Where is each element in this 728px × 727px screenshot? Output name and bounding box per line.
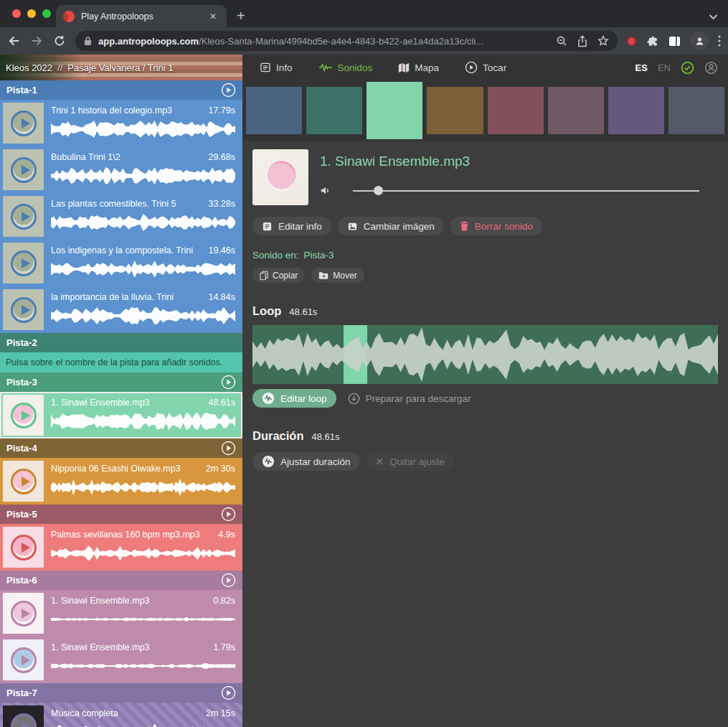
- tab-tocar[interactable]: Tocar: [465, 61, 506, 74]
- clip-play-icon[interactable]: [11, 297, 37, 323]
- clip-play-icon[interactable]: [11, 535, 37, 561]
- track-header-pista-5[interactable]: Pista-5: [0, 505, 242, 524]
- reload-button[interactable]: [53, 34, 66, 47]
- clip-thumbnail[interactable]: [3, 289, 44, 330]
- project-map-thumbnail[interactable]: Kleos 2022 // Pasaje Valvanera / Trini 1: [0, 55, 242, 80]
- clip-row[interactable]: 1. Sinawi Ensemble.mp30.82s: [0, 590, 242, 637]
- track-header-pista-2[interactable]: Pista-2: [0, 333, 242, 352]
- track-header-pista-4[interactable]: Pista-4: [0, 438, 242, 458]
- clip-play-icon[interactable]: [11, 204, 37, 230]
- remove-adjust-button[interactable]: ✕ Quitar ajuste: [367, 452, 454, 471]
- clip-thumbnail[interactable]: [3, 149, 44, 190]
- back-button[interactable]: [7, 34, 21, 47]
- track-play-icon[interactable]: [221, 83, 236, 98]
- clip-row[interactable]: 1. Sinawi Ensemble.mp31.79s: [0, 637, 242, 683]
- sound-thumbnail[interactable]: [252, 149, 308, 205]
- lock-icon[interactable]: [84, 36, 92, 46]
- track-header-pista-3[interactable]: Pista-3: [0, 372, 242, 392]
- address-bar[interactable]: app.antropoloops.com/Kleos-Santa-Marina/…: [75, 31, 618, 51]
- breadcrumb-project[interactable]: Kleos 2022: [6, 62, 52, 73]
- account-icon[interactable]: [704, 61, 718, 75]
- clip-thumbnail[interactable]: [3, 103, 44, 144]
- track-header-pista-1[interactable]: Pista-1: [0, 80, 242, 100]
- track-tab-pista-3-active[interactable]: [367, 82, 422, 139]
- track-tab-pista-4[interactable]: [427, 87, 483, 134]
- clip-row[interactable]: Nipponia 06 Esashi Oiwake.mp32m 30s: [0, 458, 242, 505]
- clip-play-icon[interactable]: [11, 250, 37, 276]
- clip-thumbnail[interactable]: [3, 593, 44, 634]
- clip-thumbnail[interactable]: [3, 705, 44, 727]
- edit-loop-button[interactable]: Editar loop: [252, 389, 336, 408]
- track-play-icon[interactable]: [221, 375, 236, 390]
- clip-row[interactable]: Trini 1 historia del colegio.mp317.79s: [0, 100, 242, 146]
- tab-sonidos[interactable]: Sonidos: [318, 62, 373, 73]
- clip-row[interactable]: Las plantas comestibles. Trini 533.28s: [0, 193, 242, 240]
- extensions-puzzle-icon[interactable]: [646, 34, 659, 48]
- lang-es-button[interactable]: ES: [635, 62, 648, 73]
- clip-row[interactable]: Los indigenas y la compostela. Trini19.4…: [0, 240, 242, 286]
- track-play-icon[interactable]: [221, 441, 236, 456]
- tab-mapa[interactable]: Mapa: [398, 62, 439, 73]
- track-header-pista-7[interactable]: Pista-7: [0, 683, 242, 703]
- tab-info[interactable]: Info: [260, 62, 293, 73]
- clip-thumbnail[interactable]: [3, 243, 44, 283]
- track-tab-pista-5[interactable]: [488, 87, 544, 134]
- clip-thumbnail[interactable]: [3, 395, 44, 436]
- clip-row-selected[interactable]: 1. Sinawi Ensemble.mp348.61s: [0, 392, 242, 438]
- prepare-download-button[interactable]: Preparar para descargar: [348, 393, 471, 405]
- side-panel-icon[interactable]: [668, 36, 681, 47]
- clip-play-icon[interactable]: [11, 403, 37, 428]
- track-play-icon[interactable]: [221, 685, 236, 700]
- clip-row[interactable]: la importancia de la lluvia. Trini14.84s: [0, 286, 242, 333]
- tab-close-icon[interactable]: ✕: [207, 10, 219, 23]
- clip-play-icon[interactable]: [11, 157, 37, 183]
- zoom-page-icon[interactable]: [556, 35, 567, 47]
- loop-waveform-panel[interactable]: [252, 325, 718, 384]
- track-tab-pista-8[interactable]: [668, 87, 724, 134]
- browser-tab[interactable]: Play Antropoloops ✕: [56, 5, 227, 27]
- clip-play-icon[interactable]: [11, 713, 37, 727]
- change-image-button[interactable]: Cambiar imágen: [338, 217, 444, 235]
- clip-thumbnail[interactable]: [3, 639, 44, 680]
- copy-button[interactable]: Copiar: [252, 268, 305, 283]
- sound-play-icon[interactable]: [266, 163, 295, 192]
- track-tab-pista-7[interactable]: [608, 87, 664, 134]
- profile-avatar[interactable]: [690, 32, 709, 50]
- clip-row[interactable]: Musica completa2m 15s: [0, 703, 242, 727]
- tab-search-chevron-icon[interactable]: [709, 14, 718, 20]
- track-tab-pista-6[interactable]: [548, 87, 604, 134]
- clip-thumbnail[interactable]: [3, 461, 44, 502]
- clip-play-icon[interactable]: [11, 111, 37, 136]
- new-tab-button[interactable]: +: [237, 9, 245, 23]
- clip-row[interactable]: Bubulina Trini 1\229.68s: [0, 146, 242, 193]
- loop-actions: Editar loop Preparar para descargar: [252, 389, 718, 408]
- track-tab-pista-2[interactable]: [306, 87, 362, 134]
- fullscreen-window-button[interactable]: [42, 9, 51, 18]
- clip-play-icon[interactable]: [11, 469, 37, 494]
- clip-thumbnail[interactable]: [3, 196, 44, 237]
- sound-location-track-link[interactable]: Pista-3: [304, 250, 334, 261]
- track-play-icon[interactable]: [221, 507, 236, 522]
- track-header-pista-6[interactable]: Pista-6: [0, 571, 242, 590]
- volume-slider[interactable]: [353, 190, 699, 192]
- track-tab-pista-1[interactable]: [246, 87, 302, 134]
- clip-thumbnail[interactable]: [3, 527, 44, 568]
- delete-sound-button[interactable]: Borrar sonido: [450, 217, 542, 235]
- move-button[interactable]: Mover: [311, 268, 364, 283]
- recording-extension-icon[interactable]: [627, 37, 636, 46]
- lang-en-button[interactable]: EN: [658, 62, 671, 73]
- clip-play-icon[interactable]: [11, 647, 37, 673]
- share-icon[interactable]: [577, 35, 587, 47]
- minimize-window-button[interactable]: [27, 9, 36, 18]
- clip-play-icon[interactable]: [11, 601, 37, 627]
- edit-info-button[interactable]: Editar info: [252, 217, 331, 235]
- track-play-icon[interactable]: [221, 573, 236, 588]
- volume-slider-thumb[interactable]: [374, 186, 383, 195]
- clip-row[interactable]: Palmas sevillanas 160 bpm mp3.mp34.9s: [0, 524, 242, 571]
- browser-menu-icon[interactable]: [718, 35, 721, 47]
- forward-button[interactable]: [30, 34, 44, 47]
- adjust-duration-button[interactable]: Ajustar duración: [252, 452, 360, 471]
- close-window-button[interactable]: [12, 9, 21, 18]
- volume-icon[interactable]: [320, 185, 331, 196]
- bookmark-star-icon[interactable]: [597, 35, 609, 47]
